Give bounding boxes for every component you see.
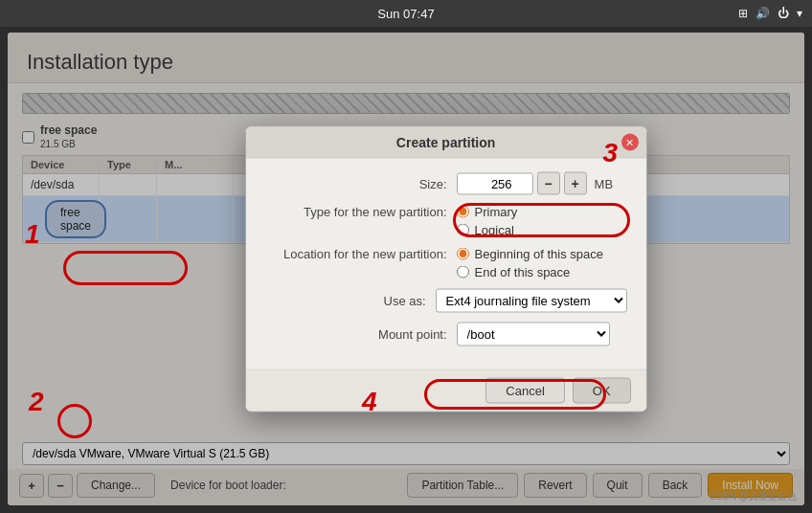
dialog-title: Create partition [396, 135, 495, 150]
type-control: Primary Logical [457, 205, 627, 237]
size-control: − + MB [457, 172, 627, 195]
location-control: Beginning of this space End of this spac… [457, 247, 627, 279]
mount-point-control: /boot [457, 323, 627, 346]
main-window: Installation type free space21.5 GB Devi… [8, 33, 804, 505]
use-as-label: Use as: [265, 294, 436, 308]
type-radio-group: Primary Logical [457, 205, 518, 237]
location-beginning-text: Beginning of this space [475, 247, 603, 261]
location-row: Location for the new partition: Beginnin… [265, 247, 627, 279]
location-end-text: End of this space [475, 265, 571, 279]
network-icon: ⊞ [738, 7, 748, 20]
top-bar: Sun 07:47 ⊞ 🔊 ⏻ ▾ [0, 0, 812, 27]
type-row: Type for the new partition: Primary Logi… [265, 205, 627, 237]
mount-point-label: Mount point: [265, 327, 457, 342]
system-icons: ⊞ 🔊 ⏻ ▾ [738, 7, 802, 20]
type-primary-text: Primary [475, 205, 518, 219]
dialog-close-button[interactable]: ✕ [621, 134, 639, 151]
size-unit: MB [595, 176, 614, 190]
location-beginning-radio[interactable] [457, 248, 469, 260]
use-as-select[interactable]: Ext4 journaling file system [436, 289, 627, 313]
ok-button[interactable]: OK [573, 378, 631, 404]
size-increase-button[interactable]: + [564, 172, 587, 195]
type-logical-label: Logical [457, 223, 518, 237]
size-label: Size: [265, 176, 457, 190]
mount-point-row: Mount point: /boot [265, 323, 627, 346]
location-end-radio[interactable] [457, 266, 469, 279]
clock: Sun 07:47 [377, 7, 434, 21]
dialog-footer: Cancel OK [246, 369, 646, 412]
type-primary-radio[interactable] [457, 206, 469, 218]
volume-icon: 🔊 [756, 7, 770, 20]
size-decrease-button[interactable]: − [537, 172, 560, 195]
use-as-control: Ext4 journaling file system [436, 289, 627, 313]
arrow-down-icon: ▾ [797, 7, 802, 20]
size-row: Size: − + MB [265, 172, 627, 195]
power-icon: ⏻ [778, 7, 789, 20]
dialog-body: Size: − + MB Type for the new partition:… [246, 159, 646, 369]
type-label: Type for the new partition: [265, 205, 457, 219]
type-logical-text: Logical [475, 223, 514, 237]
mount-point-select[interactable]: /boot [457, 323, 610, 346]
cancel-button[interactable]: Cancel [485, 378, 564, 404]
location-radio-group: Beginning of this space End of this spac… [457, 247, 603, 279]
location-beginning-label: Beginning of this space [457, 247, 603, 261]
location-label: Location for the new partition: [265, 247, 457, 261]
type-primary-label: Primary [457, 205, 518, 219]
create-partition-dialog: Create partition ✕ Size: − + MB Type for… [245, 126, 647, 413]
location-end-label: End of this space [457, 265, 603, 279]
size-input[interactable] [457, 172, 533, 194]
use-as-row: Use as: Ext4 journaling file system [265, 289, 627, 313]
type-logical-radio[interactable] [457, 224, 469, 236]
dialog-title-bar: Create partition ✕ [246, 127, 646, 159]
